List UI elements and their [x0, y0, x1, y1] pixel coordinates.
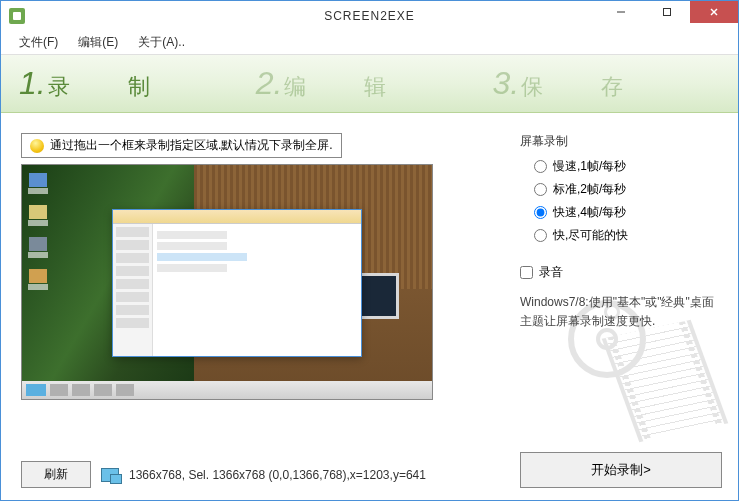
maximize-button[interactable]: [644, 1, 690, 23]
status-text: 1366x768, Sel. 1366x768 (0,0,1366,768),x…: [129, 468, 426, 482]
window-title: SCREEN2EXE: [324, 9, 415, 23]
step-save[interactable]: 3. 保 存: [492, 65, 641, 102]
speed-label: 标准,2帧/每秒: [553, 181, 626, 198]
left-pane: 通过拖出一个框来录制指定区域.默认情况下录制全屏.: [21, 133, 504, 488]
speed-label: 快,尽可能的快: [553, 227, 628, 244]
right-pane: 屏幕录制 慢速,1帧/每秒 标准,2帧/每秒 快速,4帧/每秒 快,尽可能的快: [504, 133, 722, 488]
app-icon: [9, 8, 25, 24]
menu-edit[interactable]: 编辑(E): [68, 31, 128, 54]
window-controls: [598, 1, 738, 31]
preview-selection-overlay: [22, 165, 432, 399]
svg-rect-1: [664, 9, 671, 16]
speed-radio[interactable]: [534, 183, 547, 196]
step-label: 编 辑: [284, 72, 404, 102]
minimize-icon: [616, 7, 626, 17]
speed-option-standard[interactable]: 标准,2帧/每秒: [534, 181, 722, 198]
close-icon: [709, 7, 719, 17]
speed-radio[interactable]: [534, 229, 547, 242]
audio-label: 录音: [539, 264, 563, 281]
app-window: SCREEN2EXE 文件(F) 编辑(E) 关于(A).. 1. 录 制 2.…: [0, 0, 739, 501]
titlebar: SCREEN2EXE: [1, 1, 738, 31]
speed-radio-group: 慢速,1帧/每秒 标准,2帧/每秒 快速,4帧/每秒 快,尽可能的快: [520, 158, 722, 250]
minimize-button[interactable]: [598, 1, 644, 23]
step-label: 录 制: [48, 72, 168, 102]
step-edit[interactable]: 2. 编 辑: [256, 65, 405, 102]
steps-bar: 1. 录 制 2. 编 辑 3. 保 存: [1, 55, 738, 113]
speed-radio[interactable]: [534, 206, 547, 219]
content-area: 通过拖出一个框来录制指定区域.默认情况下录制全屏.: [1, 113, 738, 500]
audio-checkbox[interactable]: [520, 266, 533, 279]
screen-preview[interactable]: [21, 164, 433, 400]
menu-file[interactable]: 文件(F): [9, 31, 68, 54]
maximize-icon: [662, 7, 672, 17]
start-recording-button[interactable]: 开始录制>: [520, 452, 722, 488]
menu-about[interactable]: 关于(A)..: [128, 31, 195, 54]
hint-text: Windows7/8:使用"基本"或"经典"桌面主题让屏幕录制速度更快.: [520, 293, 722, 331]
speed-option-fastest[interactable]: 快,尽可能的快: [534, 227, 722, 244]
status-row: 刷新 1366x768, Sel. 1366x768 (0,0,1366,768…: [21, 449, 504, 488]
step-label: 保 存: [521, 72, 641, 102]
lightbulb-icon: [30, 139, 44, 153]
speed-option-slow[interactable]: 慢速,1帧/每秒: [534, 158, 722, 175]
speed-radio[interactable]: [534, 160, 547, 173]
speed-label: 快速,4帧/每秒: [553, 204, 626, 221]
close-button[interactable]: [690, 1, 738, 23]
menubar: 文件(F) 编辑(E) 关于(A)..: [1, 31, 738, 55]
tip-text: 通过拖出一个框来录制指定区域.默认情况下录制全屏.: [50, 137, 333, 154]
step-number: 3.: [492, 65, 519, 102]
audio-checkbox-row[interactable]: 录音: [520, 264, 722, 281]
monitor-icon: [101, 468, 119, 482]
step-number: 1.: [19, 65, 46, 102]
recording-group-title: 屏幕录制: [520, 133, 722, 150]
speed-label: 慢速,1帧/每秒: [553, 158, 626, 175]
tip-box: 通过拖出一个框来录制指定区域.默认情况下录制全屏.: [21, 133, 342, 158]
step-record[interactable]: 1. 录 制: [19, 65, 168, 102]
step-number: 2.: [256, 65, 283, 102]
refresh-button[interactable]: 刷新: [21, 461, 91, 488]
speed-option-fast[interactable]: 快速,4帧/每秒: [534, 204, 722, 221]
